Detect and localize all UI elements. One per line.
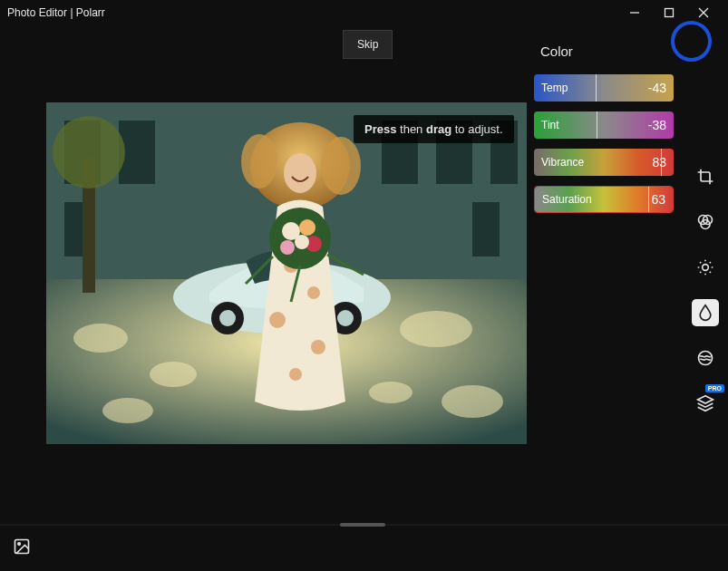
tint-value: -38 <box>648 118 666 132</box>
vibrance-value: 83 <box>652 155 666 169</box>
svg-point-9 <box>102 398 153 423</box>
svg-point-8 <box>442 385 503 418</box>
preview-illustration <box>46 102 527 444</box>
light-tool[interactable] <box>692 254 719 281</box>
svg-point-6 <box>150 362 197 387</box>
image-icon <box>13 537 31 556</box>
hsl-icon <box>696 213 714 231</box>
hint-word-press: Press <box>364 122 396 136</box>
svg-point-34 <box>289 368 302 381</box>
saturation-slider[interactable]: Saturation 63 <box>534 186 674 213</box>
layers-icon <box>696 394 714 412</box>
saturation-label: Saturation <box>542 193 592 206</box>
hsl-tool[interactable] <box>692 208 719 236</box>
svg-point-44 <box>703 265 709 271</box>
svg-rect-1 <box>665 9 674 17</box>
minimize-button[interactable] <box>628 6 641 19</box>
svg-point-29 <box>284 153 316 193</box>
svg-point-33 <box>311 340 325 354</box>
close-button[interactable] <box>697 6 710 19</box>
vibrance-label: Vibrance <box>541 156 584 169</box>
tint-label: Tint <box>541 119 559 131</box>
svg-point-37 <box>299 219 315 236</box>
svg-marker-46 <box>698 396 713 403</box>
svg-point-7 <box>400 311 472 347</box>
image-preview[interactable] <box>46 102 527 444</box>
hint-word-drag: drag <box>426 122 451 136</box>
window-title: Photo Editor | Polarr <box>7 6 105 19</box>
saturation-value: 63 <box>651 192 665 207</box>
crop-icon <box>696 168 714 186</box>
crop-tool[interactable] <box>692 163 719 190</box>
accent-circle-icon[interactable] <box>671 21 712 62</box>
svg-point-45 <box>699 352 713 365</box>
titlebar: Photo Editor | Polarr <box>0 0 728 25</box>
svg-point-31 <box>307 286 320 299</box>
svg-point-23 <box>219 310 236 326</box>
color-sliders: Temp -43 Tint -38 Vibrance 83 Saturation… <box>534 74 674 213</box>
svg-point-10 <box>369 382 413 403</box>
skip-button[interactable]: Skip <box>343 30 393 59</box>
maximize-button[interactable] <box>663 6 675 19</box>
window-controls <box>628 6 721 19</box>
effects-tool[interactable] <box>692 344 719 372</box>
svg-point-5 <box>73 324 128 353</box>
droplet-icon <box>696 304 714 322</box>
close-icon <box>698 7 709 18</box>
svg-point-28 <box>321 137 361 195</box>
tutorial-hint: Press then drag to adjust. <box>354 115 514 143</box>
gallery-button[interactable] <box>13 537 31 559</box>
pro-badge: PRO <box>705 384 724 392</box>
color-tool[interactable] <box>692 299 719 326</box>
tint-slider[interactable]: Tint -38 <box>534 111 674 139</box>
svg-point-32 <box>269 312 286 328</box>
waves-icon <box>696 349 714 367</box>
svg-point-25 <box>337 310 354 326</box>
svg-point-48 <box>18 543 20 546</box>
panel-title: Color <box>540 44 573 59</box>
hint-word-then: then <box>396 122 426 136</box>
minimize-icon <box>629 7 640 18</box>
maximize-icon <box>664 7 675 18</box>
sun-icon <box>696 258 714 276</box>
svg-rect-18 <box>472 202 500 256</box>
svg-point-27 <box>241 134 277 189</box>
svg-point-39 <box>280 240 295 255</box>
svg-point-20 <box>53 116 125 189</box>
vibrance-slider[interactable]: Vibrance 83 <box>534 149 674 176</box>
tool-rail: PRO <box>692 163 719 417</box>
svg-point-40 <box>295 235 309 249</box>
bottom-bar <box>0 526 728 571</box>
layers-tool[interactable]: PRO <box>692 390 719 417</box>
temp-slider[interactable]: Temp -43 <box>534 74 674 102</box>
temp-label: Temp <box>541 82 568 94</box>
hint-word-rest: to adjust. <box>451 122 502 136</box>
temp-value: -43 <box>648 81 666 95</box>
